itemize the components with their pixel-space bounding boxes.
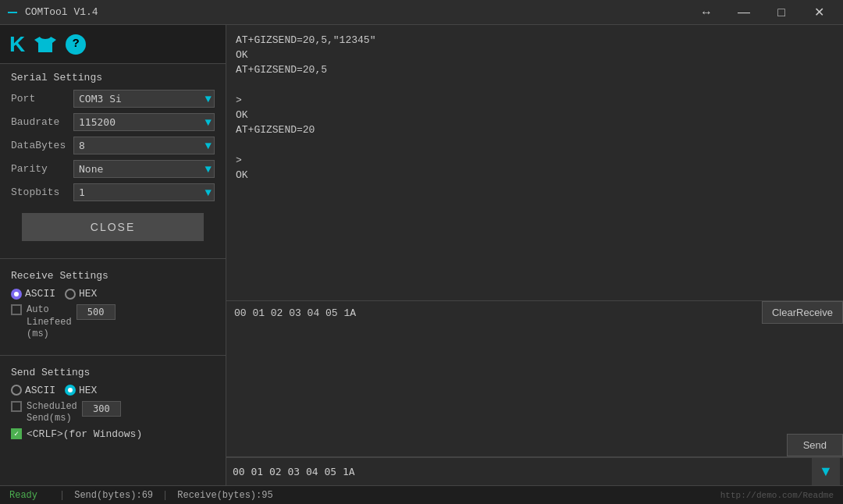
- content-area: AT+GIZSEND=20,5,"12345" OK AT+GIZSEND=20…: [226, 25, 843, 485]
- terminal-line-1: AT+GIZSEND=20,5,"12345": [236, 34, 834, 48]
- receive-area[interactable]: 00 01 02 03 04 05 1A: [226, 301, 843, 456]
- receive-format-row: ASCII HEX: [11, 288, 215, 300]
- linefeed-input[interactable]: 500: [76, 304, 116, 320]
- parity-row: Parity None ▼: [11, 160, 215, 178]
- port-label: Port: [11, 93, 73, 105]
- receive-hex-radio-circle: [65, 289, 76, 300]
- receive-bytes-status: Receive(bytes):95: [177, 490, 272, 501]
- receive-ascii-label: ASCII: [25, 288, 55, 300]
- terminal-line-4: [236, 79, 834, 93]
- divider-1: [0, 258, 226, 259]
- send-settings-title: Send Settings: [11, 367, 215, 378]
- port-select[interactable]: COM3 Si: [73, 90, 215, 108]
- linefeed-label: AutoLinefeed(ms): [27, 304, 72, 341]
- scheduled-send-row: ScheduledSend(ms): [11, 401, 215, 425]
- crlf-checkmark: ✓: [14, 429, 19, 438]
- receive-settings-section: Receive Settings ASCII HEX AutoLinefeed(…: [0, 262, 226, 352]
- status-url: http://demo.com/Readme: [720, 491, 834, 500]
- send-hex-radio[interactable]: HEX: [65, 385, 97, 396]
- send-button[interactable]: Send: [787, 434, 843, 456]
- receive-hex-radio[interactable]: HEX: [65, 288, 97, 300]
- stopbits-select-wrapper: 1 ▼: [73, 183, 215, 201]
- receive-hex-label: HEX: [79, 288, 97, 300]
- status-sep-1: |: [59, 490, 65, 501]
- send-ascii-radio[interactable]: ASCII: [11, 385, 55, 396]
- baudrate-select[interactable]: 115200: [73, 113, 215, 131]
- terminal-line-6: OK: [236, 108, 834, 122]
- scheduled-send-input[interactable]: [82, 401, 121, 417]
- divider-2: [0, 355, 226, 356]
- receive-area-wrapper: 00 01 02 03 04 05 1A ClearReceive Send: [226, 301, 843, 457]
- terminal-line-3: AT+GIZSEND=20,5: [236, 63, 834, 77]
- resize-button[interactable]: ↔: [688, 0, 724, 25]
- shirt-icon[interactable]: [34, 35, 56, 54]
- clear-receive-button[interactable]: ClearReceive: [762, 301, 843, 324]
- sidebar: K ? Serial Settings Port COM3 Si ▼: [0, 25, 226, 485]
- status-sep-2: |: [162, 490, 168, 501]
- receive-settings-title: Receive Settings: [11, 270, 215, 282]
- close-port-button[interactable]: CLOSE: [22, 213, 204, 241]
- databytes-label: DataBytes: [11, 140, 73, 151]
- send-ascii-label: ASCII: [25, 385, 55, 396]
- stopbits-label: Stopbits: [11, 186, 73, 198]
- receive-ascii-radio[interactable]: ASCII: [11, 288, 55, 300]
- send-format-row: ASCII HEX: [11, 385, 215, 396]
- send-input[interactable]: [233, 466, 812, 477]
- send-input-bar: ▼: [226, 457, 843, 485]
- stopbits-row: Stopbits 1 ▼: [11, 183, 215, 201]
- title-text: COMTool V1.4: [25, 6, 688, 18]
- terminal-line-9: >: [236, 154, 834, 168]
- maximize-button[interactable]: □: [763, 0, 799, 25]
- port-select-wrapper: COM3 Si ▼: [73, 90, 215, 108]
- linefeed-row: AutoLinefeed(ms) 500: [11, 304, 215, 341]
- send-ascii-radio-circle: [11, 385, 22, 396]
- baudrate-row: Baudrate 115200 ▼: [11, 113, 215, 131]
- send-bytes-status: Send(bytes):69: [74, 490, 153, 501]
- terminal-line-10: OK: [236, 169, 834, 183]
- status-bar: Ready | Send(bytes):69 | Receive(bytes):…: [0, 485, 843, 504]
- parity-select-wrapper: None ▼: [73, 160, 215, 178]
- scheduled-send-label: ScheduledSend(ms): [27, 401, 77, 425]
- help-icon[interactable]: ?: [66, 34, 86, 55]
- stopbits-select[interactable]: 1: [73, 183, 215, 201]
- serial-settings-section: Serial Settings Port COM3 Si ▼ Baudrate …: [0, 64, 226, 255]
- parity-label: Parity: [11, 163, 73, 175]
- sidebar-toolbar: K ?: [0, 25, 226, 64]
- serial-settings-title: Serial Settings: [11, 72, 215, 83]
- parity-select[interactable]: None: [73, 160, 215, 178]
- linefeed-checkbox[interactable]: [11, 304, 22, 315]
- scheduled-send-checkbox[interactable]: [11, 401, 22, 412]
- port-row: Port COM3 Si ▼: [11, 90, 215, 108]
- window-controls: ↔ — □ ✕: [688, 0, 837, 25]
- databytes-select-wrapper: 8 ▼: [73, 137, 215, 154]
- crlf-checkbox[interactable]: ✓: [11, 428, 22, 439]
- baudrate-select-wrapper: 115200 ▼: [73, 113, 215, 131]
- title-bar: COMTool V1.4 ↔ — □ ✕: [0, 0, 843, 25]
- svg-rect-0: [8, 12, 17, 13]
- terminal-line-2: OK: [236, 48, 834, 62]
- receive-content: 00 01 02 03 04 05 1A: [234, 307, 356, 319]
- window-close-button[interactable]: ✕: [801, 0, 837, 25]
- send-dropdown-button[interactable]: ▼: [812, 458, 840, 486]
- status-ready: Ready: [9, 490, 37, 501]
- send-hex-radio-circle: [65, 385, 76, 396]
- databytes-row: DataBytes 8 ▼: [11, 137, 215, 154]
- databytes-select[interactable]: 8: [73, 137, 215, 154]
- receive-ascii-radio-circle: [11, 289, 22, 300]
- send-hex-label: HEX: [79, 385, 97, 396]
- main-area: K ? Serial Settings Port COM3 Si ▼: [0, 25, 843, 485]
- baudrate-label: Baudrate: [11, 116, 73, 128]
- send-hex-radio-dot: [68, 388, 73, 392]
- crlf-row: ✓ <CRLF>(for Windows): [11, 428, 215, 440]
- app-icon: [6, 6, 19, 19]
- terminal-line-8: [236, 138, 834, 152]
- terminal-line-5: >: [236, 94, 834, 108]
- receive-ascii-radio-dot: [14, 292, 19, 296]
- terminal-output: AT+GIZSEND=20,5,"12345" OK AT+GIZSEND=20…: [226, 25, 843, 301]
- crlf-label: <CRLF>(for Windows): [27, 428, 142, 440]
- minimize-button[interactable]: —: [726, 0, 762, 25]
- k-logo-left[interactable]: K: [9, 34, 25, 55]
- terminal-line-7: AT+GIZSEND=20: [236, 123, 834, 137]
- send-settings-section: Send Settings ASCII HEX ScheduledSend(ms…: [0, 359, 226, 451]
